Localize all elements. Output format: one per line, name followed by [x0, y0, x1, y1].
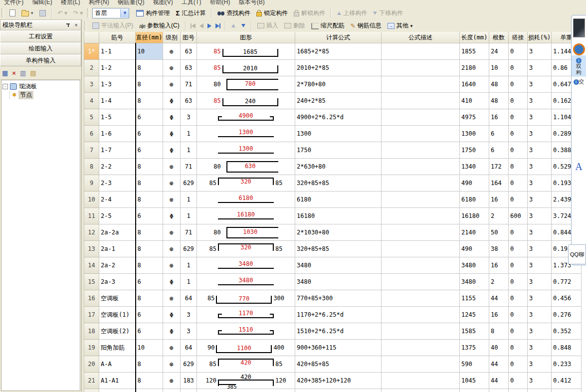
close-icon[interactable]: ×	[74, 22, 79, 28]
cell-level[interactable]: Φ	[163, 126, 181, 142]
cell-diameter[interactable]: 8	[136, 241, 163, 257]
cell-shape[interactable]: 120385420120	[197, 373, 295, 389]
cell-formula[interactable]: 1600+2*6.25*d	[295, 389, 382, 392]
cell-bar-id[interactable]: 空调板	[99, 290, 136, 307]
cell-formula[interactable]: 1170+2*6.25*d	[295, 307, 382, 323]
cell-unit-weight[interactable]: 0.372	[552, 389, 582, 392]
cell-shape-no[interactable]: 71	[181, 76, 197, 93]
cell-shape-no[interactable]: 3	[181, 323, 197, 340]
cell-formula-desc[interactable]	[382, 208, 460, 224]
cell-bar-id[interactable]: 2a-2a	[99, 224, 136, 241]
cell-formula[interactable]: 3480	[295, 274, 382, 290]
cell-formula[interactable]: 4900+2*6.25*d	[295, 109, 382, 126]
header-formula[interactable]: 计算公式	[295, 32, 382, 43]
cell-diameter[interactable]: 6	[136, 389, 163, 392]
cell-formula[interactable]: 1685+2*85	[295, 43, 382, 60]
cell-formula[interactable]: 320+85+85	[295, 175, 382, 192]
row-number[interactable]: 1*	[84, 43, 99, 60]
nav-button-single-component-input[interactable]: 单构件输入	[0, 54, 81, 66]
cell-shape-no[interactable]: 63	[181, 93, 197, 109]
cell-shape-no[interactable]: 629	[181, 356, 197, 373]
cell-formula-desc[interactable]	[382, 241, 460, 257]
cell-loss[interactable]: 3	[528, 389, 552, 392]
row-number[interactable]: 12	[84, 224, 99, 241]
cell-formula[interactable]: 770+85+300	[295, 290, 382, 307]
cell-loss[interactable]: 3	[528, 60, 552, 76]
cell-diameter[interactable]: 8	[136, 356, 163, 373]
cell-shape[interactable]: 801030	[197, 224, 295, 241]
cell-count[interactable]: 16	[489, 192, 509, 208]
cell-formula[interactable]: 240+2*85	[295, 93, 382, 109]
nav-button-project-settings[interactable]: 工程设置	[0, 30, 81, 42]
row-number[interactable]: 15	[84, 274, 99, 290]
row-number[interactable]: 18	[84, 323, 99, 340]
cell-shape[interactable]: 80630	[197, 159, 295, 175]
header-lap[interactable]: 搭接	[509, 32, 528, 43]
cell-loss[interactable]: 3	[528, 274, 552, 290]
cell-diameter[interactable]: 8	[136, 60, 163, 76]
cell-diameter[interactable]: 6	[136, 109, 163, 126]
cell-loss[interactable]: 3	[528, 373, 552, 389]
cell-count[interactable]: 44	[489, 290, 509, 307]
cell-formula-desc[interactable]	[382, 175, 460, 192]
cell-loss[interactable]: 3	[528, 323, 552, 340]
cell-count[interactable]: 38	[489, 241, 509, 257]
cell-count[interactable]: 24	[489, 389, 509, 392]
cell-count[interactable]: 44	[489, 356, 509, 373]
cell-formula-desc[interactable]	[382, 224, 460, 241]
cell-shape-no[interactable]: 3	[181, 307, 197, 323]
delete-icon[interactable]: ×	[12, 69, 16, 77]
other-button[interactable]: →其他▾	[385, 20, 416, 31]
cell-shape[interactable]: 1600	[197, 389, 295, 392]
cell-count[interactable]: 24	[489, 43, 509, 60]
cell-lap[interactable]: 0	[509, 389, 528, 392]
copy-icon[interactable]: ▥	[20, 69, 26, 77]
cell-count[interactable]: 44	[489, 373, 509, 389]
cell-count[interactable]: 16	[489, 257, 509, 274]
cell-formula-desc[interactable]	[382, 93, 460, 109]
cell-loss[interactable]: 3	[528, 142, 552, 159]
cell-shape[interactable]: 3480	[197, 274, 295, 290]
cell-bar-id[interactable]: 1-3	[99, 76, 136, 93]
cell-diameter[interactable]: 6	[136, 307, 163, 323]
cell-bar-id[interactable]: 1-2	[99, 60, 136, 76]
cell-diameter[interactable]: 6	[136, 274, 163, 290]
cell-loss[interactable]: 3	[528, 159, 552, 175]
cell-shape-no[interactable]: 64	[181, 290, 197, 307]
cell-formula-desc[interactable]	[382, 340, 460, 356]
row-number[interactable]: 13	[84, 241, 99, 257]
header-bar-id[interactable]: 筋号	[99, 32, 136, 43]
nav-button-draw-input[interactable]: 绘图输入	[0, 42, 81, 54]
cell-formula-desc[interactable]	[382, 109, 460, 126]
cell-unit-weight[interactable]: 0.233	[552, 356, 582, 373]
cell-level[interactable]: ⊕	[163, 192, 181, 208]
cell-bar-id[interactable]: 2-2	[99, 159, 136, 175]
cell-lap[interactable]: 0	[509, 60, 528, 76]
cell-unit-weight[interactable]: 0.848	[552, 340, 582, 356]
cell-lap[interactable]: 0	[509, 290, 528, 307]
row-number[interactable]: 11	[84, 208, 99, 224]
cell-lap[interactable]: 600	[509, 208, 528, 224]
cell-length[interactable]: 1300	[460, 126, 489, 142]
cell-formula[interactable]: 2010+2*85	[295, 60, 382, 76]
cell-length[interactable]: 1585	[460, 323, 489, 340]
cell-lap[interactable]: 0	[509, 109, 528, 126]
cell-formula-desc[interactable]	[382, 323, 460, 340]
cell-shape-no[interactable]: 63	[181, 43, 197, 60]
param-input-button[interactable]: a|e参数输入(C)	[136, 20, 183, 31]
cell-lap[interactable]: 0	[509, 159, 528, 175]
cell-formula-desc[interactable]	[382, 373, 460, 389]
cell-shape[interactable]: 6180	[197, 192, 295, 208]
cell-shape[interactable]: 851685	[197, 43, 295, 60]
cell-loss[interactable]: 3	[528, 93, 552, 109]
cell-count[interactable]: 16	[489, 109, 509, 126]
floor-select[interactable]: 首层 ▼	[92, 8, 129, 18]
row-number[interactable]: 8	[84, 159, 99, 175]
cell-shape-no[interactable]: 3	[181, 109, 197, 126]
cell-formula[interactable]: 3480	[295, 257, 382, 274]
cell-level[interactable]: ⊕	[163, 60, 181, 76]
cell-shape-no[interactable]: 3	[181, 389, 197, 392]
row-number[interactable]: 19	[84, 340, 99, 356]
cell-lap[interactable]: 0	[509, 340, 528, 356]
cell-level[interactable]: ⊕	[163, 241, 181, 257]
